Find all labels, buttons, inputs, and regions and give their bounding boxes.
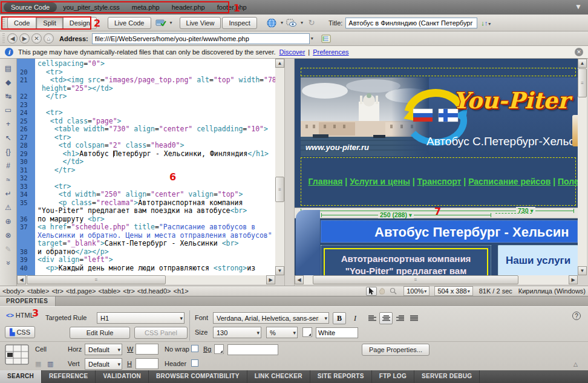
design-horizontal-scrollbar[interactable]: ◀ ≡ ▶ xyxy=(295,275,578,284)
code-line[interactable]: height="25"></td> xyxy=(17,85,275,93)
code-line[interactable]: 31 </tr> xyxy=(17,166,275,175)
document-title-input[interactable] xyxy=(345,18,477,28)
address-dropdown-icon[interactable]: ▾ xyxy=(311,36,313,41)
code-line[interactable]: 23 xyxy=(17,101,275,110)
code-line[interactable]: 21 <td><img src="images/page_top.png" al… xyxy=(17,76,275,85)
css-panel-button[interactable]: CSS Panel xyxy=(134,327,188,339)
close-info-bar-icon[interactable]: ✕ xyxy=(575,48,583,56)
line-numbers-icon[interactable]: # xyxy=(2,159,15,172)
file-put-icon[interactable]: ↑ xyxy=(485,19,488,27)
scrollbar-thumb[interactable]: ≡ xyxy=(275,177,284,202)
css-mode-button[interactable]: ▙ CSS xyxy=(5,326,35,338)
justify-icon[interactable] xyxy=(407,312,420,324)
site-nav-link[interactable]: Главная xyxy=(309,177,343,186)
window-size-select[interactable]: 504 x 388▾ xyxy=(434,286,472,296)
tag-selector-item[interactable]: <td.page> xyxy=(66,287,96,295)
code-line[interactable]: 22 </tr> xyxy=(17,93,275,101)
scrollbar-thumb[interactable]: ≡ xyxy=(313,275,518,284)
cell-width-input[interactable] xyxy=(136,344,158,355)
page-top-image-cell[interactable] xyxy=(301,68,576,76)
results-tab-server-debug[interactable]: SERVER DEBUG xyxy=(414,370,480,383)
related-file-tab[interactable]: meta.php xyxy=(126,2,166,12)
merge-cells-icon[interactable]: ▦ xyxy=(35,360,41,368)
code-line[interactable]: 38и обратно</a></p> xyxy=(17,248,275,257)
collapse-selection-icon[interactable]: ▭ xyxy=(2,103,15,117)
show-code-navigator-icon[interactable]: ◆ xyxy=(2,75,15,89)
horz-select[interactable]: Default▾ xyxy=(85,344,122,355)
reclama-cell[interactable]: Автотранспортная компания "You-Piter" пр… xyxy=(321,245,491,275)
tag-selector-item[interactable]: <tr> xyxy=(51,287,64,295)
scroll-down-icon[interactable]: ▼ xyxy=(275,266,284,275)
collapse-panel-icon[interactable]: △ xyxy=(573,361,578,367)
scroll-right-icon[interactable]: ▶ xyxy=(266,275,275,284)
code-horizontal-scrollbar[interactable]: ◀ ≡ ▶ xyxy=(17,275,275,284)
code-line[interactable]: 25 <td class="page"> xyxy=(17,117,275,126)
preferences-link[interactable]: Preferences xyxy=(313,48,348,56)
code-line[interactable]: 35 <p class="reclama">Автотранспортная к… xyxy=(17,199,275,208)
results-tab-link-checker[interactable]: LINK CHECKER xyxy=(247,370,310,383)
site-nav-link[interactable]: Расписание рейсов xyxy=(468,177,550,186)
align-left-icon[interactable] xyxy=(365,312,379,324)
services-heading-cell[interactable]: Наши услуги xyxy=(498,245,578,275)
results-tab-search[interactable]: SEARCH xyxy=(0,370,42,383)
code-line[interactable]: 20 <tr> xyxy=(17,68,275,77)
scroll-down-icon[interactable]: ▼ xyxy=(578,266,587,275)
text-color-input[interactable] xyxy=(316,327,358,338)
code-line[interactable]: 32 xyxy=(17,174,275,183)
stop-icon[interactable]: ✕ xyxy=(31,33,42,44)
scroll-up-icon[interactable]: ▲ xyxy=(578,59,587,68)
live-code-button[interactable]: Live Code xyxy=(108,17,151,29)
code-line[interactable]: "You-Piter" предлагает вам поездки на ав… xyxy=(17,207,275,215)
code-line[interactable]: 30 </td> xyxy=(17,158,275,166)
column-width-menu[interactable]: 250 (288) ▾ xyxy=(378,211,414,218)
results-tab-browser-compatibility[interactable]: BROWSER COMPATIBILITY xyxy=(149,370,247,383)
header-checkbox[interactable] xyxy=(191,359,198,367)
balance-braces-icon[interactable]: {} xyxy=(2,145,15,159)
align-right-icon[interactable] xyxy=(393,312,407,324)
code-line[interactable]: 29 <h1>Автобус Петербург - Хельсинки, Фи… xyxy=(17,150,275,159)
code-line[interactable]: 33 <tr> xyxy=(17,183,275,191)
no-wrap-checkbox[interactable] xyxy=(191,345,198,352)
code-line[interactable]: 40 <p>Каждый день многие люди отправляют… xyxy=(17,264,275,273)
table-width-indicator-bar[interactable]: 730 ▾ 250 (288) ▾ xyxy=(295,208,578,218)
back-icon[interactable]: ◀ xyxy=(7,33,18,44)
site-header-banner[interactable]: You-Piter Автобус С.Петербург-Хельсинки … xyxy=(301,77,578,156)
source-code-tab[interactable]: Source Code xyxy=(4,2,57,12)
live-view-button[interactable]: Live View xyxy=(180,17,221,29)
highlight-invalid-code-icon[interactable]: ≈ xyxy=(2,172,15,186)
text-color-swatch[interactable] xyxy=(302,327,312,337)
split-cell-icon[interactable]: ▥ xyxy=(47,360,53,368)
design-view-button[interactable]: Design xyxy=(63,17,97,29)
code-line[interactable]: 24 <tr> xyxy=(17,109,275,117)
results-tab-ftp-log[interactable]: FTP LOG xyxy=(372,370,414,383)
tag-selector-item[interactable]: <td.head0> xyxy=(137,287,171,295)
browser-options-icon[interactable] xyxy=(319,33,333,44)
code-view-button[interactable]: Code xyxy=(7,17,36,29)
scroll-left-icon[interactable]: ◀ xyxy=(295,275,304,284)
page-properties-button[interactable]: Page Properties... xyxy=(362,344,430,356)
site-nav-link[interactable]: Транспорт xyxy=(417,177,462,186)
size-select[interactable]: 130▾ xyxy=(213,327,261,338)
scrollbar-thumb[interactable]: ≡ xyxy=(27,275,166,284)
help-icon[interactable]: ? xyxy=(572,312,581,320)
edit-rule-button[interactable]: Edit Rule xyxy=(70,327,130,339)
forward-icon[interactable]: ▶ xyxy=(19,33,30,44)
tag-selector-item[interactable]: <table> xyxy=(27,287,50,295)
html-mode-button[interactable]: <> HTML xyxy=(6,312,34,319)
select-parent-tag-icon[interactable]: ↖ xyxy=(2,131,15,145)
code-vertical-scrollbar[interactable]: ▲ ≡ ▼ xyxy=(275,59,284,275)
code-line[interactable]: cellspacing="0"> xyxy=(17,60,275,68)
code-line[interactable]: target="_blank">Санкт-Петербург - Хельси… xyxy=(17,240,275,248)
italic-button[interactable]: I xyxy=(348,312,362,324)
design-view[interactable]: You-Piter Автобус С.Петербург-Хельсинки … xyxy=(295,59,578,275)
vert-select[interactable]: Default▾ xyxy=(85,358,122,370)
scroll-up-icon[interactable]: ▲ xyxy=(275,59,284,68)
cell-height-input[interactable] xyxy=(136,358,158,369)
properties-panel-tab[interactable]: PROPERTIES xyxy=(0,296,56,306)
refresh-icon[interactable]: ↻ xyxy=(305,18,318,28)
tag-selector-item[interactable]: <h1> xyxy=(174,287,189,295)
home-icon[interactable]: ⌂ xyxy=(44,33,54,44)
filter-related-files-icon[interactable]: ▼ xyxy=(575,2,582,11)
code-view[interactable]: cellspacing="0">20 <tr>21 <td><img src="… xyxy=(17,59,275,275)
remove-comment-icon[interactable]: ⊗ xyxy=(2,228,15,242)
